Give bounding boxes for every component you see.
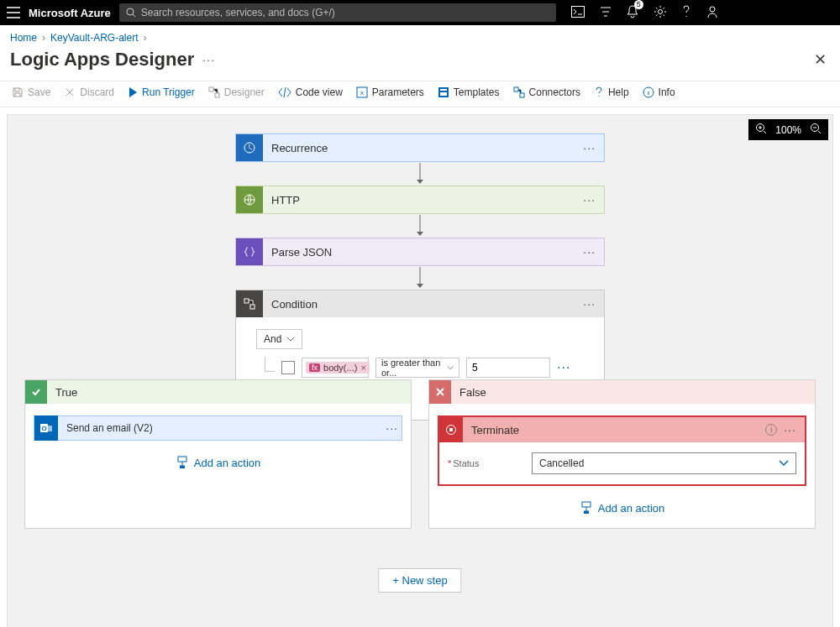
svg-rect-22 bbox=[178, 457, 186, 462]
x-icon bbox=[429, 380, 451, 404]
branch-label: False bbox=[451, 386, 486, 399]
card-menu-icon[interactable]: ··· bbox=[580, 141, 599, 154]
help-icon[interactable] bbox=[682, 5, 690, 21]
card-menu-icon[interactable]: ··· bbox=[580, 245, 599, 259]
global-search[interactable] bbox=[119, 3, 556, 22]
new-step-button[interactable]: + New step bbox=[378, 568, 461, 593]
search-input[interactable] bbox=[141, 7, 549, 18]
templates-button[interactable]: Templates bbox=[438, 86, 500, 98]
remove-token-icon[interactable]: × bbox=[360, 363, 365, 373]
http-icon bbox=[236, 186, 263, 213]
condition-icon bbox=[236, 290, 263, 317]
search-icon bbox=[126, 8, 136, 18]
svg-text:O: O bbox=[41, 425, 46, 432]
breadcrumb-home[interactable]: Home bbox=[10, 32, 37, 44]
menu-icon[interactable] bbox=[7, 7, 20, 18]
svg-point-3 bbox=[710, 7, 715, 12]
svg-rect-18 bbox=[244, 299, 249, 303]
notifications-icon[interactable]: 5 bbox=[627, 5, 638, 21]
workflow-flow: Recurrence ··· HTTP ··· Parse JSON ··· bbox=[235, 133, 605, 421]
card-http[interactable]: HTTP ··· bbox=[235, 185, 605, 214]
svg-rect-23 bbox=[180, 466, 185, 468]
info-icon[interactable]: i bbox=[765, 424, 777, 436]
svg-rect-9 bbox=[440, 89, 447, 91]
svg-rect-1 bbox=[571, 6, 584, 17]
page-title: Logic Apps Designer bbox=[10, 49, 194, 71]
svg-rect-4 bbox=[209, 87, 213, 91]
page-more-icon[interactable]: ··· bbox=[202, 53, 215, 66]
brand-label: Microsoft Azure bbox=[29, 7, 111, 19]
parameters-button[interactable]: x Parameters bbox=[356, 86, 424, 98]
parse-json-icon bbox=[236, 238, 263, 265]
filter-icon[interactable] bbox=[600, 6, 612, 20]
azure-topbar: Microsoft Azure 5 bbox=[0, 0, 840, 25]
card-terminate[interactable]: Terminate i ··· *Status Cancelled bbox=[438, 415, 806, 486]
feedback-icon[interactable] bbox=[706, 5, 719, 21]
condition-rule-row: fx body(...) × is greater than or... ··· bbox=[265, 358, 584, 378]
add-action-button[interactable]: Add an action bbox=[438, 501, 806, 515]
card-menu-icon[interactable]: ··· bbox=[580, 297, 599, 311]
add-action-icon bbox=[176, 456, 189, 469]
recurrence-icon bbox=[236, 134, 263, 161]
discard-button[interactable]: Discard bbox=[64, 86, 114, 98]
card-recurrence[interactable]: Recurrence ··· bbox=[235, 133, 605, 162]
operand-right-input[interactable] bbox=[466, 358, 550, 378]
zoom-in-icon[interactable] bbox=[755, 123, 767, 137]
svg-rect-25 bbox=[449, 428, 453, 431]
designer-button[interactable]: Designer bbox=[208, 86, 265, 98]
svg-rect-19 bbox=[250, 305, 255, 309]
fx-badge: fx bbox=[309, 363, 320, 372]
operand-left[interactable]: fx body(...) × bbox=[302, 358, 369, 378]
chevron-right-icon: › bbox=[42, 32, 45, 44]
card-title: HTTP bbox=[263, 194, 580, 206]
arrow-icon bbox=[415, 162, 425, 185]
status-field-label: *Status bbox=[448, 458, 523, 468]
settings-icon[interactable] bbox=[654, 5, 667, 21]
connectors-button[interactable]: Connectors bbox=[513, 86, 580, 98]
breadcrumb: Home › KeyVault-ARG-alert › bbox=[0, 25, 840, 47]
add-action-button[interactable]: Add an action bbox=[34, 456, 402, 469]
check-icon bbox=[25, 380, 47, 404]
designer-canvas[interactable]: 100% Recurrence ··· HTTP ··· Pars bbox=[7, 114, 833, 627]
condition-branches: True O Send an email (V2) ··· Add an act… bbox=[24, 379, 816, 529]
tree-connector bbox=[265, 357, 275, 372]
svg-rect-27 bbox=[584, 511, 589, 514]
run-trigger-button[interactable]: Run Trigger bbox=[128, 86, 195, 98]
outlook-icon: O bbox=[34, 415, 58, 441]
card-parse-json[interactable]: Parse JSON ··· bbox=[235, 238, 605, 266]
operator-select[interactable]: is greater than or... bbox=[375, 358, 459, 378]
card-menu-icon[interactable]: ··· bbox=[580, 193, 599, 206]
expression-token: fx body(...) × bbox=[306, 362, 370, 374]
close-icon[interactable]: ✕ bbox=[811, 47, 830, 72]
svg-rect-11 bbox=[514, 87, 518, 91]
svg-rect-26 bbox=[582, 502, 591, 507]
card-title: Condition bbox=[263, 298, 580, 311]
code-view-button[interactable]: Code view bbox=[278, 86, 343, 98]
notif-badge: 5 bbox=[634, 0, 643, 9]
cloud-shell-icon[interactable] bbox=[571, 6, 585, 20]
card-title: Parse JSON bbox=[263, 246, 580, 259]
chevron-down-icon bbox=[286, 337, 295, 342]
card-menu-icon[interactable]: ··· bbox=[780, 423, 800, 436]
svg-rect-12 bbox=[520, 93, 524, 97]
help-button[interactable]: Help bbox=[594, 86, 629, 98]
card-title: Recurrence bbox=[263, 142, 580, 154]
rule-more-icon[interactable]: ··· bbox=[557, 360, 570, 375]
branch-false-header: False bbox=[429, 380, 815, 404]
card-menu-icon[interactable]: ··· bbox=[382, 421, 402, 435]
card-title: Send an email (V2) bbox=[58, 422, 382, 434]
chevron-down-icon bbox=[447, 365, 454, 370]
card-send-email[interactable]: O Send an email (V2) ··· bbox=[34, 415, 402, 441]
card-condition[interactable]: Condition ··· bbox=[235, 290, 605, 317]
zoom-out-icon[interactable] bbox=[810, 123, 822, 137]
condition-group-select[interactable]: And bbox=[256, 329, 302, 349]
page-header: Logic Apps Designer ··· ✕ bbox=[0, 47, 840, 81]
info-button[interactable]: Info bbox=[643, 86, 675, 98]
add-action-icon bbox=[580, 501, 593, 515]
status-select[interactable]: Cancelled bbox=[532, 452, 796, 474]
svg-rect-5 bbox=[215, 93, 219, 97]
card-title: Terminate bbox=[463, 424, 765, 436]
rule-checkbox[interactable] bbox=[281, 361, 295, 374]
save-button[interactable]: Save bbox=[12, 86, 50, 98]
breadcrumb-item[interactable]: KeyVault-ARG-alert bbox=[50, 32, 138, 44]
